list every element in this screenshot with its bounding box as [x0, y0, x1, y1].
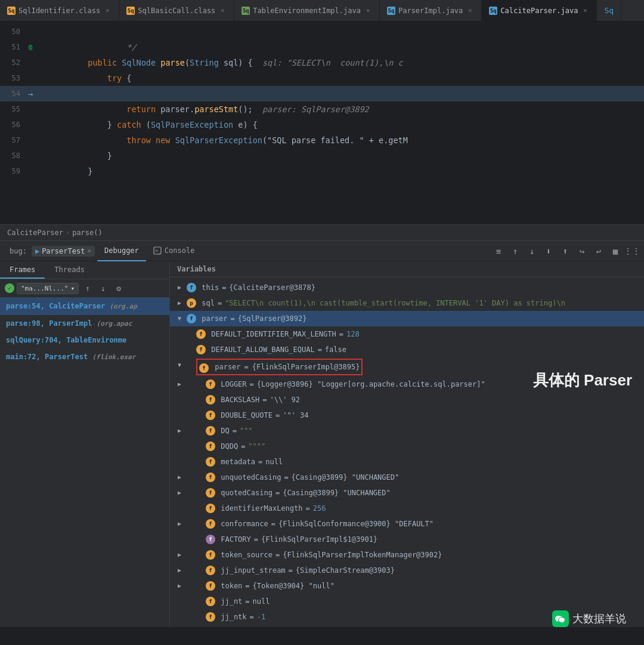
- var-item-quoted-casing[interactable]: ▶ f quotedCasing = {Casing@3899} "UNCHAN…: [170, 485, 644, 501]
- tab-close-parser-impl[interactable]: ×: [466, 7, 474, 15]
- debug-tabs-bar: bug: ▶ ParserTest × Debugger >_ Console …: [0, 241, 644, 261]
- line-arrow-52: [25, 55, 36, 70]
- line-arrow-57: [25, 132, 36, 148]
- tab-table-env[interactable]: Sq TableEnvironmentImpl.java ×: [234, 0, 380, 21]
- expand-arrow-this[interactable]: ▶: [175, 281, 184, 294]
- frame-item-1[interactable]: parse:98, ParserImpl (org.apac: [0, 315, 169, 332]
- expand-arrow-token-source[interactable]: ▶: [175, 548, 184, 561]
- expand-arrow-unquoted[interactable]: ▶: [175, 471, 184, 484]
- var-icon-parser-inner: f: [199, 363, 209, 373]
- console-label: Console: [165, 246, 195, 255]
- var-item-dqdq[interactable]: ▶ f DQDQ = """": [170, 439, 644, 454]
- var-item-jj-input-stream[interactable]: ▶ f jj_input_stream = {SimpleCharStream@…: [170, 563, 644, 578]
- tab-close-sql-basic-call[interactable]: ×: [218, 7, 227, 15]
- tab-close-table-env[interactable]: ×: [364, 7, 372, 15]
- var-item-token[interactable]: ▶ f token = {Token@3904} "null": [170, 578, 644, 594]
- tab-calcite-parser[interactable]: Sq CalciteParser.java ×: [482, 0, 597, 21]
- toolbar-icon-step2[interactable]: ↩: [592, 244, 606, 258]
- expand-arrow-dq[interactable]: ▶: [175, 424, 184, 437]
- left-panel: Frames Threads ✓ "ma...Nl..." ▾ ↑ ↓ ⚙: [0, 261, 170, 627]
- var-item-factory[interactable]: ▶ f FACTORY = {FlinkSqlParserImpl$1@3901…: [170, 532, 644, 547]
- toolbar-icon-down[interactable]: ↓: [525, 244, 539, 258]
- toolbar-icon-step[interactable]: ↪: [575, 244, 589, 258]
- tab-close-calcite-parser[interactable]: ×: [581, 7, 589, 15]
- var-item-parser[interactable]: ▼ f parser = {SqlParser@3892}: [170, 311, 644, 326]
- var-item-backslash[interactable]: ▶ f BACKSLASH = '\\' 92: [170, 392, 644, 408]
- expand-arrow-parser-inner[interactable]: ▼: [175, 359, 184, 372]
- tab-parser-impl[interactable]: Sq ParserImpl.java ×: [380, 0, 482, 21]
- tab-extra[interactable]: Sq: [597, 0, 621, 21]
- expand-arrow-sql[interactable]: ▶: [175, 297, 184, 310]
- tab-label-calcite-parser: CalciteParser.java: [500, 7, 578, 15]
- var-item-parser-inner[interactable]: ▼ f parser = {FlinkSqlParserImpl@3895}: [170, 357, 644, 376]
- toolbar-icon-list[interactable]: ≡: [491, 244, 506, 258]
- code-line-53: 53 SqlParser parser = SqlParser.create(s…: [0, 70, 644, 86]
- var-item-logger[interactable]: ▶ f LOGGER = {Logger@3896} "Logger[org.a…: [170, 376, 644, 392]
- frame-btn-up[interactable]: ↑: [81, 282, 94, 295]
- line-arrow-56: [25, 117, 36, 132]
- line-num-53: 53: [0, 70, 25, 86]
- frame-btn-filter[interactable]: ⚙: [112, 282, 125, 295]
- code-content-54: return parser.parseStmt(); parser: SqlPa…: [36, 86, 644, 101]
- var-item-token-source[interactable]: ▶ f token_source = {FlinkSqlParserImplTo…: [170, 547, 644, 563]
- parser-test-close[interactable]: ×: [87, 247, 91, 255]
- var-icon-parser: f: [187, 314, 196, 323]
- console-tab[interactable]: >_ Console: [146, 241, 202, 261]
- tab-sql-identifier[interactable]: Sq SqlIdentifier.class ×: [0, 0, 119, 21]
- var-item-default-allow[interactable]: ▶ f DEFAULT_ALLOW_BANG_EQUAL = false: [170, 342, 644, 357]
- frame-main-0: parse:54, CalciteParser (org.ap: [6, 301, 163, 312]
- var-item-conformance[interactable]: ▶ f conformance = {FlinkSqlConformance@3…: [170, 516, 644, 532]
- var-item-default-id-max[interactable]: ▶ f DEFAULT_IDENTIFIER_MAX_LENGTH = 128: [170, 326, 644, 342]
- debugger-tab[interactable]: Debugger: [97, 241, 146, 261]
- frame-btn-down[interactable]: ↓: [97, 282, 110, 295]
- debug-content: Frames Threads ✓ "ma...Nl..." ▾ ↑ ↓ ⚙: [0, 261, 644, 627]
- tab-sql-basic-call[interactable]: Sq SqlBasicCall.class ×: [119, 0, 234, 21]
- toolbar-icon-up[interactable]: ↑: [508, 244, 522, 258]
- var-item-sql[interactable]: ▶ p sql = "SELECT\n count(1),\n cast(tum…: [170, 295, 644, 311]
- expand-arrow-quoted[interactable]: ▶: [175, 486, 184, 499]
- code-line-52: 52 try {: [0, 55, 644, 70]
- expand-arrow-token[interactable]: ▶: [175, 579, 184, 592]
- expand-arrow-jj-input[interactable]: ▶: [175, 564, 184, 577]
- frame-item-0[interactable]: parse:54, CalciteParser (org.ap: [0, 298, 169, 315]
- var-icon-dqdq: f: [206, 442, 215, 451]
- expand-arrow-parser[interactable]: ▼: [175, 312, 184, 325]
- code-content-51: public SqlNode parse(String sql) { sql: …: [36, 39, 644, 55]
- var-item-jj-nt[interactable]: ▶ f jj_nt = null: [170, 594, 644, 609]
- var-icon-metadata: f: [206, 457, 215, 467]
- code-content-55: } catch (SqlParseException e) {: [36, 101, 644, 117]
- parser-test-tab[interactable]: ▶ ParserTest ×: [32, 246, 95, 257]
- toolbar-icon-down-arrow[interactable]: ⬇: [541, 244, 556, 258]
- var-item-identifier-max[interactable]: ▶ f identifierMaxLength = 256: [170, 501, 644, 516]
- var-item-unquoted-casing[interactable]: ▶ f unquotedCasing = {Casing@3899} "UNCH…: [170, 470, 644, 485]
- expand-arrow-logger[interactable]: ▶: [175, 378, 184, 391]
- frame-item-2[interactable]: sqlQuery:704, TableEnvironme: [0, 332, 169, 348]
- line-num-50: 50: [0, 24, 25, 39]
- tab-close-sql-identifier[interactable]: ×: [103, 7, 112, 15]
- frame-item-3[interactable]: main:72, ParserTest (flink.exar: [0, 348, 169, 366]
- var-item-double-quote[interactable]: ▶ f DOUBLE_QUOTE = '"' 34: [170, 408, 644, 423]
- var-item-metadata[interactable]: ▶ f metadata = null: [170, 454, 644, 470]
- tab-threads[interactable]: Threads: [45, 261, 94, 279]
- tab-frames[interactable]: Frames: [0, 261, 45, 279]
- var-icon-logger: f: [206, 379, 215, 389]
- tab-bar: Sq SqlIdentifier.class × Sq SqlBasicCall…: [0, 0, 644, 21]
- tab-icon-parser-impl: Sq: [387, 7, 395, 15]
- frame-dropdown[interactable]: "ma...Nl..." ▾: [17, 283, 79, 294]
- code-content-58: }: [36, 148, 644, 163]
- toolbar-icon-up-arrow[interactable]: ⬆: [558, 244, 572, 258]
- code-content-50: */: [36, 24, 644, 39]
- breadcrumb-method: parse(): [72, 229, 103, 237]
- toolbar-icon-lines[interactable]: ⋮⋮: [625, 244, 639, 258]
- code-line-57: 57 }: [0, 132, 644, 148]
- code-line-56: 56 throw new SqlParserException("SQL par…: [0, 117, 644, 132]
- expand-arrow-conformance[interactable]: ▶: [175, 517, 184, 530]
- code-content-53: SqlParser parser = SqlParser.create(sql,…: [36, 70, 644, 86]
- line-arrow-50: [25, 24, 36, 39]
- toolbar-icon-table[interactable]: ▦: [608, 244, 623, 258]
- var-item-this[interactable]: ▶ f this = {CalciteParser@3878}: [170, 280, 644, 295]
- line-arrow-53: [25, 70, 36, 86]
- var-item-dq[interactable]: ▶ f DQ = """: [170, 423, 644, 439]
- variables-list[interactable]: ▶ f this = {CalciteParser@3878} ▶ p sql …: [170, 277, 644, 627]
- debug-label: bug:: [5, 247, 32, 255]
